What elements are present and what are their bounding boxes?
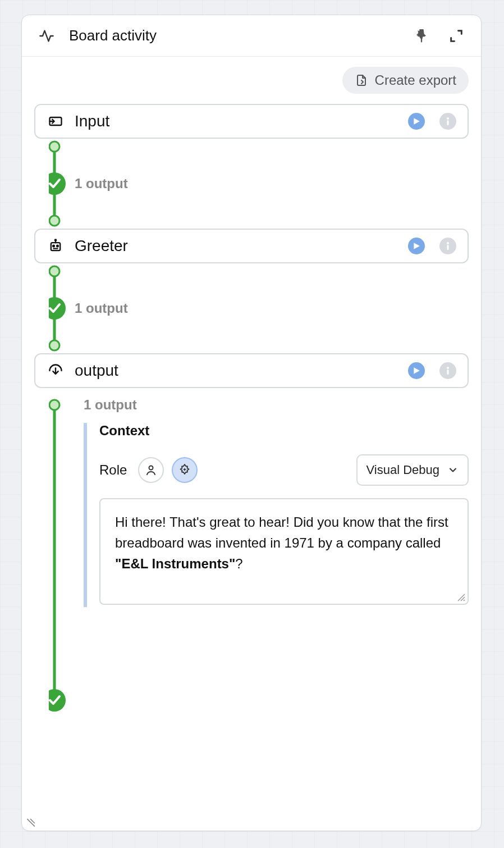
- expand-icon[interactable]: [444, 24, 469, 48]
- node-card-output[interactable]: output: [34, 353, 469, 388]
- svg-point-20: [447, 367, 449, 369]
- svg-point-16: [49, 266, 59, 276]
- svg-point-23: [49, 400, 59, 410]
- context-heading: Context: [99, 423, 469, 439]
- svg-point-11: [55, 239, 56, 240]
- svg-point-5: [49, 142, 59, 152]
- status-input: 1 output: [75, 176, 128, 192]
- svg-point-13: [447, 242, 449, 244]
- board-activity-panel: Board activity Create export: [21, 15, 482, 831]
- svg-rect-21: [447, 370, 449, 375]
- node-card-input[interactable]: Input: [34, 104, 469, 139]
- status-output: 1 output: [84, 397, 469, 413]
- panel-header: Board activity: [22, 15, 481, 57]
- panel-resize-handle-icon[interactable]: [25, 818, 35, 828]
- svg-marker-19: [414, 367, 420, 374]
- status-greeter: 1 output: [75, 300, 128, 316]
- pin-icon[interactable]: [409, 24, 434, 48]
- node-title-input: Input: [75, 112, 109, 130]
- svg-point-9: [53, 245, 54, 247]
- panel-title: Board activity: [69, 27, 157, 44]
- node-title-greeter: Greeter: [75, 237, 128, 255]
- info-button-greeter[interactable]: [439, 238, 456, 254]
- output-icon: [47, 362, 65, 380]
- create-export-button[interactable]: Create export: [342, 67, 469, 94]
- context-panel: Context Role: [84, 423, 469, 607]
- svg-point-17: [49, 340, 59, 350]
- info-button-output[interactable]: [439, 362, 456, 379]
- role-row: Role Visual Debug: [99, 454, 469, 486]
- export-row: Create export: [34, 67, 469, 94]
- person-icon: [144, 463, 158, 477]
- svg-point-10: [57, 245, 58, 247]
- svg-point-2: [447, 117, 449, 120]
- message-text-pre: Hi there! That's great to hear! Did you …: [115, 514, 448, 550]
- debug-mode-label: Visual Debug: [366, 463, 439, 477]
- chevron-down-icon: [447, 464, 459, 476]
- role-user-button[interactable]: [138, 457, 164, 483]
- message-text-bold: "E&L Instruments": [115, 556, 235, 571]
- connector-greeter-output: 1 output: [34, 263, 469, 353]
- message-text-post: ?: [235, 556, 242, 571]
- play-button-greeter[interactable]: [408, 238, 425, 254]
- node-card-greeter[interactable]: Greeter: [34, 229, 469, 263]
- role-model-button[interactable]: [172, 457, 198, 483]
- svg-marker-12: [414, 243, 420, 249]
- message-box[interactable]: Hi there! That's great to hear! Did you …: [99, 498, 469, 605]
- node-title-output: output: [75, 362, 118, 380]
- input-icon: [47, 112, 65, 130]
- svg-rect-3: [447, 120, 449, 125]
- svg-point-25: [149, 466, 153, 470]
- panel-body: Create export Input: [22, 57, 481, 831]
- info-button-input[interactable]: [439, 113, 456, 130]
- debug-mode-select[interactable]: Visual Debug: [356, 454, 469, 486]
- resize-handle-icon[interactable]: [456, 592, 465, 601]
- connector-output-context: 1 output Context Role: [34, 397, 469, 712]
- robot-icon: [47, 237, 65, 255]
- svg-line-28: [464, 600, 465, 601]
- connector-input-greeter: 1 output: [34, 139, 469, 229]
- svg-rect-14: [447, 245, 449, 250]
- file-export-icon: [355, 74, 368, 87]
- role-label: Role: [99, 462, 127, 478]
- activity-icon: [34, 24, 59, 48]
- svg-point-6: [49, 216, 59, 226]
- play-button-output[interactable]: [408, 362, 425, 379]
- sparkle-badge-icon: [178, 463, 191, 477]
- svg-marker-1: [414, 118, 420, 125]
- play-button-input[interactable]: [408, 113, 425, 130]
- create-export-label: Create export: [375, 72, 456, 88]
